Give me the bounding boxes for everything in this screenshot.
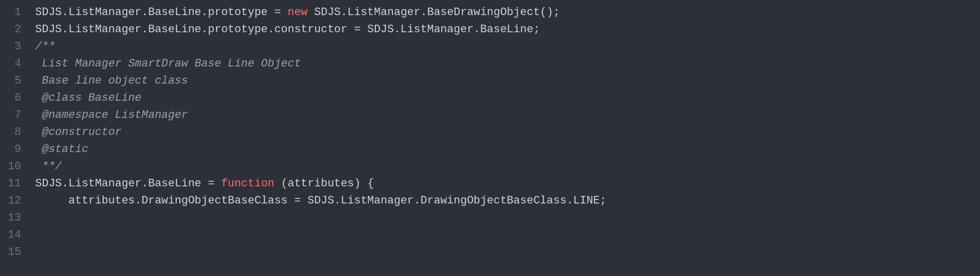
line-numbers: 123456789101112131415 bbox=[0, 0, 30, 276]
code-line-13: **/ bbox=[30, 158, 980, 175]
code-span: attributes.DrawingObjectBaseClass = SDJS… bbox=[35, 194, 606, 207]
code-line-10: @namespace ListManager bbox=[30, 107, 980, 124]
code-line-7: Base line object class bbox=[30, 73, 980, 90]
line-number-9: 9 bbox=[0, 141, 30, 158]
code-span: function bbox=[221, 177, 275, 190]
code-line-15: attributes.DrawingObjectBaseClass = SDJS… bbox=[30, 192, 980, 210]
line-number-4: 4 bbox=[0, 55, 30, 73]
code-line-2: SDJS.ListManager.BaseLine.prototype.cons… bbox=[30, 21, 980, 38]
code-line-5: List Manager SmartDraw Base Line Object bbox=[30, 55, 980, 73]
code-line-11: @constructor bbox=[30, 124, 980, 141]
code-span: SDJS.ListManager.BaseDrawingObject(); bbox=[307, 6, 560, 19]
line-number-7: 7 bbox=[0, 107, 30, 124]
line-number-14: 14 bbox=[0, 227, 30, 244]
code-editor: 123456789101112131415 SDJS.ListManager.B… bbox=[0, 0, 980, 276]
code-line-1: SDJS.ListManager.BaseLine.prototype = ne… bbox=[30, 4, 980, 21]
code-line-14: SDJS.ListManager.BaseLine = function (at… bbox=[30, 175, 980, 192]
code-span: @static bbox=[35, 143, 89, 156]
line-number-11: 11 bbox=[0, 175, 30, 192]
code-span: new bbox=[288, 6, 308, 19]
code-span: @constructor bbox=[35, 126, 122, 139]
code-span: SDJS.ListManager.BaseLine.prototype.cons… bbox=[35, 23, 540, 36]
code-span: /** bbox=[35, 40, 55, 53]
code-span: List Manager SmartDraw Base Line Object bbox=[35, 57, 301, 70]
code-span: Base line object class bbox=[35, 75, 188, 87]
code-span: (attributes) { bbox=[274, 177, 374, 190]
line-number-2: 2 bbox=[0, 21, 30, 38]
code-span: SDJS.ListManager.BaseLine = bbox=[35, 177, 221, 190]
code-span: **/ bbox=[35, 160, 62, 173]
line-number-5: 5 bbox=[0, 73, 30, 90]
line-number-10: 10 bbox=[0, 158, 30, 175]
line-number-12: 12 bbox=[0, 192, 30, 210]
code-span: @namespace ListManager bbox=[35, 109, 188, 121]
code-line-12: @static bbox=[30, 141, 980, 158]
code-span: SDJS.ListManager.BaseLine.prototype = bbox=[35, 6, 288, 19]
line-number-6: 6 bbox=[0, 90, 30, 107]
line-number-3: 3 bbox=[0, 38, 30, 55]
code-line-4: /** bbox=[30, 38, 980, 55]
line-number-13: 13 bbox=[0, 210, 30, 227]
code-line-9: @class BaseLine bbox=[30, 90, 980, 107]
line-number-15: 15 bbox=[0, 244, 30, 261]
code-span: @class BaseLine bbox=[35, 92, 141, 104]
line-number-8: 8 bbox=[0, 124, 30, 141]
line-number-1: 1 bbox=[0, 4, 30, 21]
code-content: SDJS.ListManager.BaseLine.prototype = ne… bbox=[30, 0, 980, 276]
